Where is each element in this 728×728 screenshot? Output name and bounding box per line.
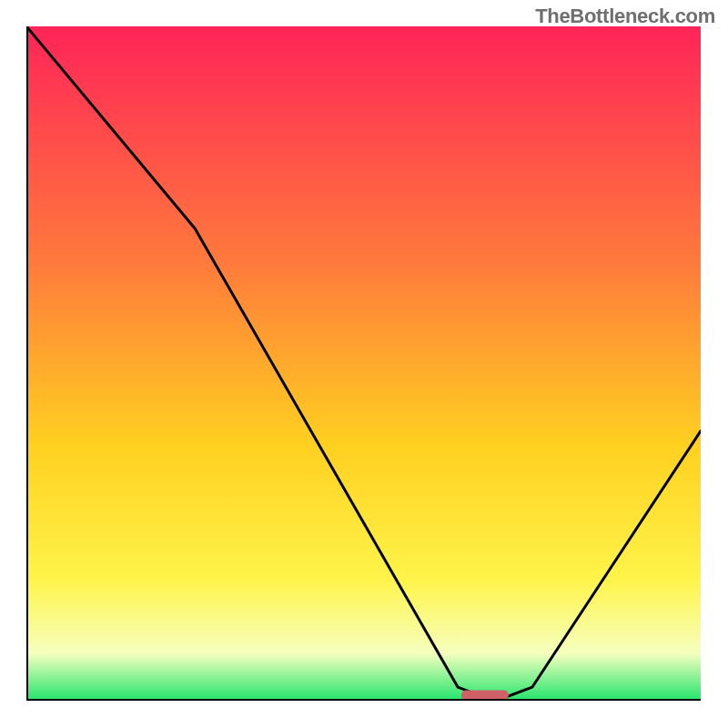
watermark-text: TheBottleneck.com (535, 5, 715, 28)
chart-background-gradient (26, 26, 701, 701)
chart-svg (26, 26, 701, 701)
chart-area (26, 26, 701, 701)
minimum-marker (461, 691, 509, 701)
